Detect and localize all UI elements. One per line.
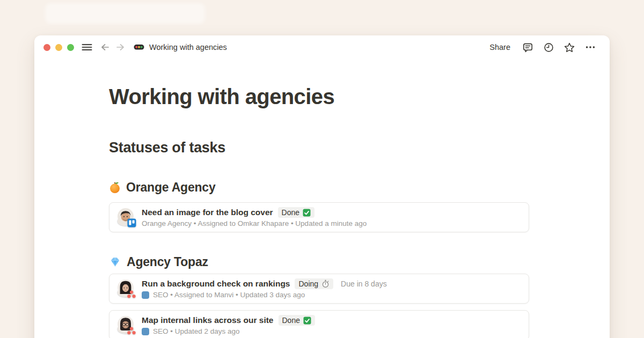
group-name: Agency Topaz [127, 255, 208, 269]
asana-source-icon [127, 326, 136, 335]
group-heading-orange-agency: Orange Agency [109, 179, 529, 195]
hamburger-menu-icon[interactable] [82, 43, 92, 52]
task-title: Run a background check on rankings [142, 279, 290, 289]
comments-button[interactable] [521, 40, 535, 54]
window-toolbar: Working with agencies Share [34, 35, 610, 59]
seo-label-chip [142, 291, 149, 299]
task-meta: SEO • Assigned to Manvi • Updated 3 days… [142, 291, 387, 299]
stopwatch-icon [321, 280, 330, 288]
status-badge-doing: Doing [295, 278, 333, 289]
task-card-background-check[interactable]: Run a background check on rankings Doing [109, 274, 529, 304]
task-text: Need an image for the blog cover Done Or… [142, 207, 367, 227]
background-highlight [45, 3, 205, 24]
task-title: Map internal links across our site [142, 315, 274, 325]
asana-source-icon [127, 290, 136, 299]
trello-source-icon [127, 218, 136, 227]
page-content: Working with agencies Statuses of tasks … [34, 84, 529, 338]
task-text: Map internal links across our site Done … [142, 315, 315, 335]
seo-label-chip [142, 328, 149, 335]
task-meta-text: SEO • Updated 2 days ago [153, 327, 240, 335]
task-text: Run a background check on rankings Doing [142, 278, 387, 299]
favorite-star-button[interactable] [562, 40, 576, 54]
minimize-window-button[interactable] [55, 44, 62, 51]
group-heading-agency-topaz: Agency Topaz [109, 254, 529, 270]
status-label: Done [282, 208, 299, 217]
assignee-avatar-wrap [118, 316, 135, 334]
task-meta: Orange Agency • Assigned to Omkar Khapar… [142, 219, 367, 227]
back-arrow-icon[interactable] [100, 43, 110, 52]
group-name: Orange Agency [126, 180, 216, 195]
page-breadcrumb-title: Working with agencies [149, 43, 227, 52]
status-badge-done: Done [279, 315, 315, 326]
zoom-window-button[interactable] [67, 44, 74, 51]
section-heading: Statuses of tasks [109, 138, 529, 157]
close-window-button[interactable] [43, 44, 50, 51]
assignee-avatar-wrap [118, 208, 135, 226]
tangerine-emoji-icon [109, 181, 121, 194]
green-check-icon [303, 209, 311, 217]
forward-arrow-icon[interactable] [115, 43, 126, 52]
due-date-text: Due in 8 days [341, 280, 387, 288]
task-meta: SEO • Updated 2 days ago [142, 327, 315, 335]
task-title: Need an image for the blog cover [142, 208, 273, 217]
task-card-internal-links[interactable]: Map internal links across our site Done … [109, 310, 529, 338]
task-meta-text: Orange Agency • Assigned to Omkar Khapar… [142, 219, 367, 227]
window-controls [43, 44, 74, 51]
traffic-light-page-icon [134, 43, 144, 51]
page-title: Working with agencies [109, 84, 529, 109]
updates-clock-button[interactable] [541, 40, 555, 54]
task-card-blog-cover[interactable]: Need an image for the blog cover Done Or… [109, 202, 529, 232]
status-label: Done [282, 316, 300, 325]
green-check-icon [303, 317, 311, 325]
gem-emoji-icon [109, 256, 121, 267]
more-options-ellipsis-button[interactable] [583, 40, 597, 54]
status-label: Doing [298, 280, 318, 288]
assignee-avatar-wrap [118, 280, 135, 298]
status-badge-done: Done [278, 207, 314, 218]
task-meta-text: SEO • Assigned to Manvi • Updated 3 days… [153, 291, 305, 299]
notion-window: Working with agencies Share [34, 35, 610, 338]
breadcrumb[interactable]: Working with agencies [134, 43, 227, 52]
share-button[interactable]: Share [486, 41, 514, 54]
